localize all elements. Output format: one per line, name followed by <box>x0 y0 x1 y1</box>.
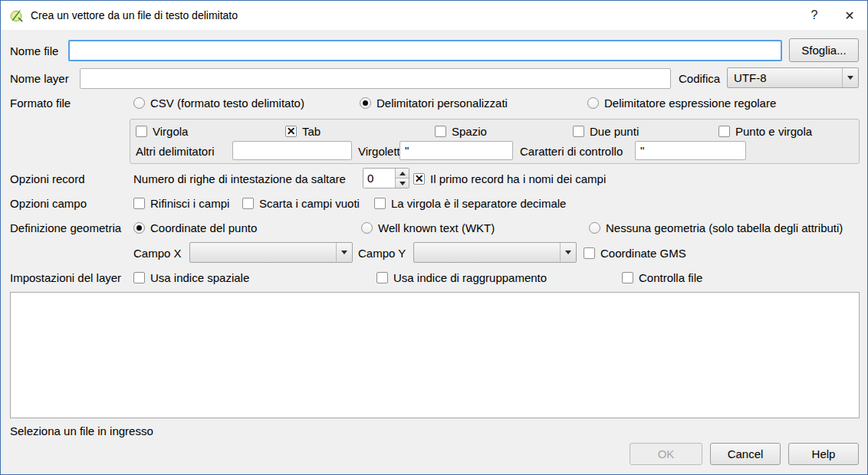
radio-icon <box>361 222 373 234</box>
checkbox-decimal-comma[interactable]: La virgola è il separatore decimale <box>374 195 566 211</box>
help-button[interactable]: Help <box>788 443 859 465</box>
checkbox-label: Tab <box>302 125 321 138</box>
chevron-down-icon <box>560 243 576 262</box>
checkbox-checked-icon <box>413 173 425 185</box>
other-delimiters-input[interactable] <box>232 141 352 160</box>
skip-lines-label: Numero di righe di intestazione da salta… <box>133 171 346 186</box>
checkbox-label: Usa indice di raggruppamento <box>393 271 547 284</box>
radio-label: CSV (formato testo delimitato) <box>150 97 304 110</box>
checkbox-icon <box>584 247 595 259</box>
chevron-up-icon <box>399 172 406 175</box>
radio-label: Delimitatore espressione regolare <box>604 97 776 110</box>
encoding-label: Codifica <box>679 70 720 86</box>
titlebar: Crea un vettore da un file di testo deli… <box>1 1 867 30</box>
checkbox-discard-empty-fields[interactable]: Scarta i campi vuoti <box>242 195 360 211</box>
y-field-value <box>414 243 560 262</box>
checkbox-icon <box>136 126 147 137</box>
checkbox-checked-icon <box>285 126 297 137</box>
radio-format-custom[interactable]: Delimitatori personalizzati <box>360 95 508 110</box>
checkbox-icon <box>622 272 633 283</box>
skip-lines-input[interactable] <box>363 169 395 188</box>
checkbox-label: Coordinate GMS <box>600 247 686 260</box>
checkbox-space[interactable]: Spazio <box>435 123 487 139</box>
checkbox-spatial-index[interactable]: Usa indice spaziale <box>133 270 249 285</box>
checkbox-comma[interactable]: Virgola <box>136 123 188 139</box>
escape-input[interactable] <box>635 141 746 160</box>
checkbox-icon <box>133 272 145 283</box>
radio-point-coordinates[interactable]: Coordinate del punto <box>133 220 257 235</box>
skip-lines-spinbox <box>363 168 409 188</box>
qgis-app-icon <box>9 8 25 23</box>
browse-button[interactable]: Sfoglia... <box>789 38 859 62</box>
chevron-down-icon <box>842 68 858 87</box>
record-options-label: Opzioni record <box>10 171 85 186</box>
radio-label: Delimitatori personalizzati <box>376 97 508 110</box>
delimited-text-dialog: Crea un vettore da un file di testo deli… <box>0 0 868 475</box>
checkbox-label: Scarta i campi vuoti <box>259 197 360 210</box>
y-field-select[interactable] <box>413 242 577 263</box>
radio-format-regexp[interactable]: Delimitatore espressione regolare <box>587 95 776 110</box>
checkbox-label: Punto e virgola <box>735 125 812 138</box>
x-field-label: Campo X <box>133 245 182 260</box>
checkbox-icon <box>374 198 386 209</box>
radio-icon <box>133 222 145 234</box>
quote-input[interactable] <box>399 141 513 160</box>
radio-label: Well known text (WKT) <box>378 221 495 234</box>
checkbox-label: Due punti <box>590 125 639 138</box>
radio-no-geometry[interactable]: Nessuna geometria (solo tabella degli at… <box>589 220 843 235</box>
checkbox-semicolon[interactable]: Punto e virgola <box>718 123 812 139</box>
checkbox-icon <box>573 126 584 137</box>
spin-down-button[interactable] <box>396 178 409 188</box>
checkbox-icon <box>718 126 730 137</box>
encoding-value: UTF-8 <box>728 68 842 87</box>
checkbox-first-record-field-names[interactable]: Il primo record ha i nomi dei campi <box>413 171 606 186</box>
file-name-input[interactable] <box>68 40 782 61</box>
layer-name-input[interactable] <box>80 68 671 89</box>
checkbox-tab[interactable]: Tab <box>285 123 321 139</box>
ok-button[interactable]: OK <box>630 443 702 465</box>
field-options-label: Opzioni campo <box>10 195 87 211</box>
file-name-label: Nome file <box>10 43 58 58</box>
checkbox-colon[interactable]: Due punti <box>573 123 639 139</box>
sample-preview-table <box>10 292 860 418</box>
radio-icon <box>587 97 599 109</box>
x-field-select[interactable] <box>189 242 353 263</box>
radio-label: Coordinate del punto <box>150 221 257 234</box>
geometry-definition-label: Definizione geometria <box>10 220 121 235</box>
checkbox-icon <box>242 198 254 209</box>
checkbox-watch-file[interactable]: Controlla file <box>622 270 702 285</box>
layer-name-label: Nome layer <box>10 70 69 86</box>
checkbox-label: Usa indice spaziale <box>150 271 249 284</box>
checkbox-dms-coordinates[interactable]: Coordinate GMS <box>584 245 686 260</box>
y-field-label: Campo Y <box>358 245 406 260</box>
checkbox-label: Spazio <box>452 125 487 138</box>
chevron-down-icon <box>399 182 406 185</box>
file-format-label: Formato file <box>10 95 71 110</box>
checkbox-trim-fields[interactable]: Rifinisci i campi <box>133 195 229 211</box>
radio-label: Nessuna geometria (solo tabella degli at… <box>606 221 843 234</box>
checkbox-icon <box>376 272 388 283</box>
other-delimiters-label: Altri delimitatori <box>136 143 215 159</box>
radio-wkt[interactable]: Well known text (WKT) <box>361 220 495 235</box>
radio-format-csv[interactable]: CSV (formato testo delimitato) <box>133 95 304 110</box>
status-message: Seleziona un file in ingresso <box>10 423 153 438</box>
x-field-value <box>190 243 336 262</box>
close-icon[interactable]: ✕ <box>832 1 867 30</box>
chevron-down-icon <box>336 243 352 262</box>
window-title: Crea un vettore da un file di testo deli… <box>31 9 238 21</box>
escape-label: Caratteri di controllo <box>520 143 623 159</box>
layer-settings-label: Impostazioni del layer <box>10 270 121 285</box>
help-titlebar-button[interactable]: ? <box>797 1 832 30</box>
checkbox-label: La virgola è il separatore decimale <box>391 197 566 210</box>
checkbox-label: Il primo record ha i nomi dei campi <box>430 172 606 185</box>
checkbox-icon <box>133 198 145 209</box>
radio-icon <box>360 97 371 109</box>
checkbox-subset-index[interactable]: Usa indice di raggruppamento <box>376 270 547 285</box>
spin-up-button[interactable] <box>396 169 409 178</box>
radio-icon <box>589 222 600 234</box>
encoding-select[interactable]: UTF-8 <box>727 67 859 88</box>
checkbox-label: Virgola <box>153 125 188 138</box>
radio-icon <box>133 97 145 109</box>
checkbox-icon <box>435 126 446 137</box>
cancel-button[interactable]: Cancel <box>710 443 781 465</box>
